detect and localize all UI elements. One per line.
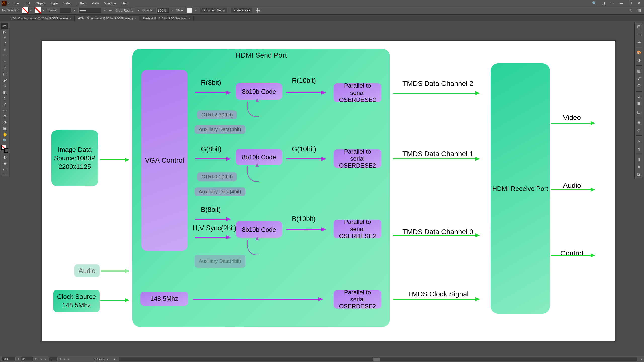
arrow-icon	[195, 237, 230, 238]
window-close-icon[interactable]: ✕	[635, 1, 642, 5]
line-tool[interactable]: ╱	[1, 65, 8, 71]
color-guide-icon[interactable]: ◑	[636, 57, 642, 63]
paintbrush-tool[interactable]: 🖌	[1, 77, 8, 83]
transform-panel-icon[interactable]: ⤫	[636, 164, 642, 170]
scroll-right-icon[interactable]: ▸	[641, 357, 642, 361]
appearance-panel-icon[interactable]: ◉	[636, 119, 642, 126]
menu-object[interactable]: Object	[34, 1, 47, 6]
brush-definition[interactable]	[115, 8, 135, 13]
edit-toolbar-icon[interactable]: ⋯	[3, 172, 7, 176]
artboard-tool[interactable]: ▣	[1, 125, 8, 131]
fill-swatch[interactable]	[22, 7, 29, 14]
zoom-input[interactable]	[2, 357, 16, 361]
document-tab[interactable]: VGA_Oscillogram.ai @ 25 % (RGB/Preview)×	[8, 16, 75, 21]
menu-window[interactable]: Window	[102, 1, 118, 6]
search-icon[interactable]: 🔍	[590, 1, 598, 5]
opacity-input[interactable]	[156, 8, 169, 13]
document-tab[interactable]: Flash.ai @ 12.5 % (RGB/Preview)×	[140, 16, 194, 21]
hand-tool[interactable]: ✋	[1, 131, 8, 138]
layers-panel-icon[interactable]: ≣	[636, 31, 642, 37]
paragraph-panel-icon[interactable]: ¶	[636, 145, 642, 152]
menu-file[interactable]: File	[12, 1, 21, 6]
gradient-panel-icon[interactable]: ▀	[636, 101, 642, 108]
color-mode[interactable]: ◐	[1, 154, 8, 160]
swatches-panel-icon[interactable]: ▦	[636, 68, 642, 74]
screen-mode[interactable]: ▭	[1, 166, 8, 172]
brushes-panel-icon[interactable]: 🖌	[636, 75, 642, 82]
align-panel-icon[interactable]: ▯	[636, 156, 642, 163]
close-icon[interactable]: ×	[70, 17, 72, 20]
color-panel-icon[interactable]: 🎨	[636, 49, 642, 56]
isolate-icon[interactable]: ▥	[636, 8, 642, 13]
nav-last-icon[interactable]: ▸I	[67, 357, 71, 361]
window-restore-icon[interactable]: ❐	[627, 1, 634, 5]
transform-icon[interactable]: ⤡	[628, 8, 633, 13]
aux-r-box: Auxiliary Data(4bit)	[195, 125, 245, 134]
menu-effect[interactable]: Effect	[76, 1, 88, 6]
pserial-g: Parallel to serial OSERDESE2	[334, 149, 381, 168]
menu-select[interactable]: Select	[61, 1, 74, 6]
fill-stroke-control[interactable]	[1, 145, 8, 153]
text: HDMI Receive Port	[492, 185, 548, 193]
shape-builder-tool[interactable]: ◔	[1, 119, 8, 125]
stroke-panel-icon[interactable]: ≋	[636, 94, 642, 100]
nav-prev-icon[interactable]: ◂	[44, 357, 47, 361]
home-icon[interactable]: ⌂	[8, 1, 10, 5]
pathfinder-panel-icon[interactable]: ◪	[636, 171, 642, 178]
horizontal-scrollbar[interactable]	[119, 357, 637, 361]
transparency-panel-icon[interactable]: ◫	[636, 109, 642, 115]
window-minimize-icon[interactable]: —	[618, 1, 625, 5]
artboard[interactable]: Image Data Source:1080P 2200x1125 Audio …	[42, 41, 615, 341]
video-output-label: Video	[563, 114, 581, 122]
right-panel-strip: ▤ ≣ ☁ 🎨 ◑ ▦ 🖌 ✪ ≋ ▀ ◫ ◉ ◇ A ¶ ▯ ⤫ ◪	[634, 22, 643, 179]
graphic-style-swatch[interactable]	[187, 8, 192, 13]
libraries-panel-icon[interactable]: ☁	[636, 38, 642, 45]
selection-tool[interactable]: ▭	[1, 23, 8, 29]
type-panel-icon[interactable]: A	[636, 138, 642, 144]
width-tool[interactable]: ⇔	[1, 107, 8, 113]
type-tool[interactable]: T	[1, 59, 8, 65]
menu-view[interactable]: View	[90, 1, 101, 6]
align-icon[interactable]: ┿▾	[256, 8, 261, 13]
stroke-profile-input[interactable]	[78, 8, 101, 13]
menu-type[interactable]: Type	[49, 1, 60, 6]
properties-panel-icon[interactable]: ▤	[636, 23, 642, 30]
curvature-tool[interactable]: 〰	[1, 53, 8, 59]
status-bar: ▾ ▾ I◂ ◂ ▾ ▸ ▸I Selection ▸ ◂ ▸	[0, 356, 644, 362]
workspace-icon[interactable]: ▭	[609, 1, 616, 5]
scale-tool[interactable]: ⤢	[1, 101, 8, 107]
direct-selection-tool[interactable]: ▷	[1, 29, 8, 35]
lasso-tool[interactable]: ʃ	[1, 41, 8, 47]
rotate-tool[interactable]: ↻	[1, 95, 8, 101]
free-transform-tool[interactable]: ✥	[1, 113, 8, 119]
close-icon[interactable]: ×	[135, 17, 137, 20]
close-icon[interactable]: ×	[189, 17, 190, 20]
pen-tool[interactable]: ✒	[1, 47, 8, 53]
zoom-tool[interactable]: 🔍	[1, 138, 8, 144]
stroke-swatch[interactable]	[35, 7, 41, 14]
status-dropdown-icon[interactable]: ▸	[107, 357, 108, 361]
magic-wand-tool[interactable]: ✧	[1, 35, 8, 41]
rotate-input[interactable]	[21, 357, 33, 361]
symbols-panel-icon[interactable]: ✪	[636, 83, 642, 89]
preferences-button[interactable]: Preferences	[231, 8, 253, 13]
document-tab[interactable]: HDMI_Sturcture.ai @ 50 % (RGB/Preview)×	[75, 16, 140, 21]
scroll-left-icon[interactable]: ◂	[113, 357, 115, 361]
arrange-docs-icon[interactable]: ▦	[600, 1, 607, 5]
nav-next-icon[interactable]: ▸	[63, 357, 67, 361]
text: OSERDESE2	[339, 162, 376, 169]
canvas-scrollpane[interactable]: Image Data Source:1080P 2200x1125 Audio …	[10, 22, 633, 355]
tab-label: Flash.ai @ 12.5 % (RGB/Preview)	[143, 17, 187, 20]
menu-help[interactable]: Help	[119, 1, 130, 6]
menu-edit[interactable]: Edit	[22, 1, 32, 6]
document-setup-button[interactable]: Document Setup	[200, 8, 228, 13]
text: Source:1080P	[54, 154, 96, 162]
draw-mode[interactable]: ◎	[1, 160, 8, 166]
stroke-weight-input[interactable]	[60, 8, 71, 13]
artboard-index-input[interactable]	[49, 357, 58, 361]
eraser-tool[interactable]: ◧	[1, 89, 8, 95]
nav-first-icon[interactable]: I◂	[39, 357, 43, 361]
shaper-tool[interactable]: ✎	[1, 83, 8, 89]
graphic-styles-icon[interactable]: ◇	[636, 127, 642, 133]
rectangle-tool[interactable]: ▢	[1, 71, 8, 77]
